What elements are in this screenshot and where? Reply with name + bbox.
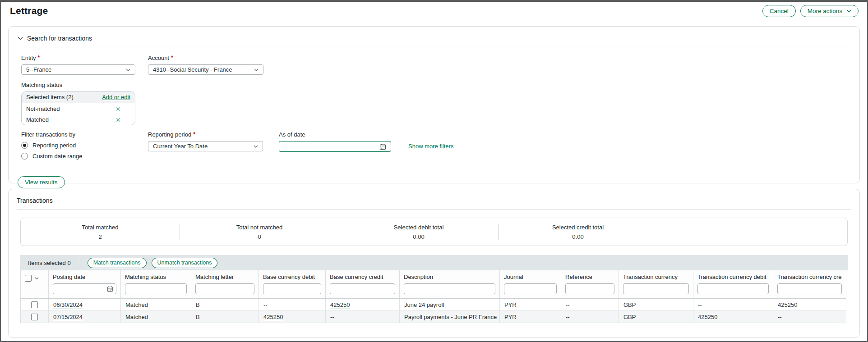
match-transactions-button[interactable]: Match transactions: [88, 258, 147, 268]
matching-status-items: Not-matched Matched: [22, 103, 135, 125]
summary-label: Total not matched: [180, 224, 339, 231]
radio-custom-date-range[interactable]: Custom date range: [21, 153, 148, 160]
filter-input-reference[interactable]: [565, 283, 614, 294]
cell-base-debit[interactable]: 425250: [259, 311, 326, 323]
chevron-down-icon[interactable]: [35, 277, 39, 280]
column-header-journal[interactable]: Journal: [500, 270, 561, 299]
page-title: Lettrage: [10, 5, 48, 16]
summary-value: 2: [21, 233, 180, 240]
summary-cell: Selected debit total 0.00: [339, 224, 498, 240]
select-all-checkbox[interactable]: [25, 275, 32, 282]
chevron-down-icon: [126, 68, 130, 71]
row-checkbox[interactable]: [31, 301, 38, 308]
entity-account-row: Entity* 5--France Account* 4310--Social: [21, 55, 850, 75]
view-results-button[interactable]: View results: [18, 176, 65, 188]
required-marker: *: [171, 55, 173, 61]
reporting-period-select[interactable]: Current Year To Date: [148, 141, 263, 151]
page-header: Lettrage Cancel More actions: [1, 2, 867, 20]
items-selected-label: Items selected 0: [28, 260, 71, 266]
filter-input-description[interactable]: [404, 283, 495, 294]
filter-input-matching-status[interactable]: [125, 283, 187, 294]
show-more-filters-wrap: Show more filters: [408, 143, 453, 150]
radio-icon[interactable]: [21, 153, 28, 160]
filter-input-matching-letter[interactable]: [195, 283, 254, 294]
remove-icon[interactable]: [116, 107, 120, 111]
cell-link[interactable]: 425250: [330, 301, 350, 309]
radio-icon[interactable]: [21, 142, 28, 149]
cell-journal: PYR: [500, 299, 561, 311]
search-section-toggle[interactable]: Search for transactions: [18, 31, 850, 47]
entity-value: 5--France: [26, 66, 51, 73]
column-header-matching-letter[interactable]: Matching letter: [191, 270, 259, 299]
main-content: Search for transactions Entity* 5--Franc…: [1, 20, 867, 338]
filter-input-base-currency-debit[interactable]: [263, 283, 321, 294]
column-label: Posting date: [53, 274, 116, 280]
column-header-transaction-currency-credit[interactable]: Transaction currency credit: [773, 270, 846, 299]
add-or-edit-link[interactable]: Add or edit: [102, 94, 130, 100]
transactions-table: Posting dateMatching statusMatching lett…: [20, 270, 846, 323]
reporting-period-value: Current Year To Date: [153, 143, 208, 150]
summary-label: Selected debit total: [339, 224, 498, 231]
column-label: Base currency debit: [263, 274, 321, 280]
calendar-icon[interactable]: [379, 143, 386, 150]
radio-reporting-period[interactable]: Reporting period: [21, 142, 148, 149]
cell-link[interactable]: 425250: [263, 314, 283, 321]
entity-select[interactable]: 5--France: [21, 64, 135, 75]
column-header-transaction-currency-debit[interactable]: Transaction currency debit: [693, 270, 773, 299]
cell-posting-date[interactable]: 06/30/2024: [49, 299, 121, 311]
search-section-title: Search for transactions: [27, 35, 92, 42]
reporting-period-field: Reporting period* Current Year To Date: [148, 131, 263, 151]
account-select[interactable]: 4310--Social Security - France: [148, 64, 263, 75]
cancel-button[interactable]: Cancel: [762, 5, 796, 17]
grid-toolbar: Items selected 0 Match transactions Unma…: [20, 255, 848, 270]
column-label: Transaction currency credit: [777, 274, 842, 280]
cell-txn-currency: GBP: [619, 299, 693, 311]
filter-row: Filter transactions by Reporting period …: [21, 131, 850, 160]
as-of-date-input[interactable]: [279, 141, 391, 152]
cell-link[interactable]: 06/30/2024: [53, 301, 83, 309]
filter-input-base-currency-credit[interactable]: [330, 283, 395, 294]
column-label: Base currency credit: [330, 274, 395, 280]
header-actions: Cancel More actions: [762, 5, 859, 17]
column-header-base-currency-debit[interactable]: Base currency debit: [259, 270, 326, 299]
filter-input-posting-date[interactable]: [53, 283, 116, 294]
filter-input-transaction-currency-debit[interactable]: [697, 283, 769, 294]
cell-link[interactable]: 07/15/2024: [53, 314, 83, 321]
table-row: 06/30/2024MatchedB--425250June 24 payrol…: [21, 299, 846, 311]
column-label: Description: [404, 274, 495, 280]
show-more-filters-link[interactable]: Show more filters: [408, 143, 453, 150]
column-header-posting-date[interactable]: Posting date: [49, 270, 121, 299]
column-label: Matching letter: [195, 274, 254, 280]
chevron-down-icon: [846, 9, 851, 13]
summary-label: Total matched: [21, 224, 180, 231]
unmatch-transactions-button[interactable]: Unmatch transactions: [152, 258, 218, 268]
matching-status-item: Not-matched: [22, 103, 135, 114]
filter-input-journal[interactable]: [504, 283, 557, 294]
cell-base-credit[interactable]: 425250: [326, 299, 400, 311]
select-all-header: [21, 270, 49, 299]
filter-by-options: Reporting period Custom date range: [21, 142, 148, 160]
account-value: 4310--Social Security - France: [153, 66, 232, 73]
filter-input-transaction-currency-credit[interactable]: [777, 283, 842, 294]
cell-posting-date[interactable]: 07/15/2024: [49, 311, 121, 323]
cell-txn-debit: 425250: [693, 311, 773, 323]
row-select-cell: [21, 311, 49, 323]
column-header-description[interactable]: Description: [400, 270, 500, 299]
column-header-transaction-currency[interactable]: Transaction currency: [619, 270, 693, 299]
matching-status-box: Selected items (2) Add or edit Not-match…: [21, 91, 135, 125]
summary-value: 0.00: [339, 233, 498, 240]
column-label: Transaction currency debit: [697, 274, 769, 280]
column-label: Reference: [565, 274, 614, 280]
filter-input-transaction-currency[interactable]: [623, 283, 689, 294]
column-header-matching-status[interactable]: Matching status: [121, 270, 191, 299]
matching-status-label: Matching status: [21, 82, 850, 88]
transactions-panel: Transactions Total matched 2 Total not m…: [8, 189, 860, 338]
remove-icon[interactable]: [116, 118, 120, 122]
column-header-reference[interactable]: Reference: [561, 270, 619, 299]
matching-status-header: Selected items (2) Add or edit: [22, 92, 135, 103]
calendar-icon[interactable]: [107, 286, 113, 292]
column-header-base-currency-credit[interactable]: Base currency credit: [326, 270, 400, 299]
more-actions-button[interactable]: More actions: [800, 5, 859, 17]
row-checkbox[interactable]: [31, 314, 38, 320]
cell-txn-debit: --: [693, 299, 773, 311]
